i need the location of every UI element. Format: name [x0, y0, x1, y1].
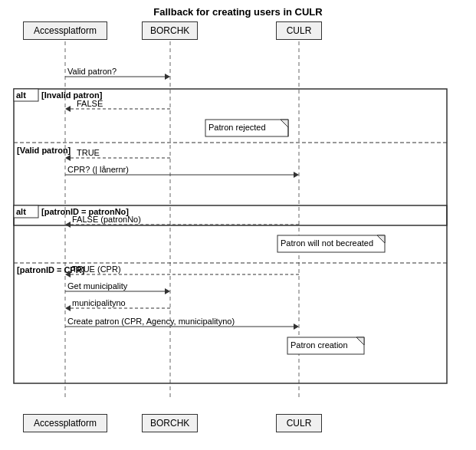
- svg-marker-47: [65, 305, 71, 311]
- actor-culr-top: CULR: [276, 21, 322, 40]
- svg-text:Valid patron?: Valid patron?: [67, 67, 117, 76]
- svg-marker-19: [65, 106, 71, 112]
- svg-text:Patron will not becreated: Patron will not becreated: [281, 238, 373, 248]
- svg-text:Get municipality: Get municipality: [67, 281, 128, 291]
- svg-rect-36: [277, 235, 385, 252]
- svg-marker-31: [294, 172, 299, 178]
- actor-culr-bottom: CULR: [276, 414, 322, 432]
- diagram-title: Fallback for creating users in CULR: [0, 0, 476, 22]
- svg-rect-9: [14, 205, 447, 383]
- actor-accessplatform-bottom: Accessplatform: [23, 414, 107, 432]
- svg-text:Patron rejected: Patron rejected: [208, 123, 266, 132]
- svg-line-22: [281, 120, 288, 127]
- diagram-svg: alt [Invalid patron] [Valid patron] alt …: [0, 21, 476, 397]
- svg-marker-34: [65, 222, 71, 228]
- svg-text:TRUE: TRUE: [77, 148, 100, 157]
- svg-marker-28: [65, 155, 71, 161]
- svg-text:[patronID = patronNo]: [patronID = patronNo]: [41, 207, 129, 216]
- svg-marker-44: [165, 288, 170, 294]
- svg-text:TRUE (CPR): TRUE (CPR): [72, 264, 121, 274]
- actor-borchk-bottom: BORCHK: [142, 414, 198, 432]
- svg-line-38: [377, 235, 385, 243]
- actor-borchk-top: BORCHK: [142, 21, 198, 40]
- svg-rect-3: [14, 89, 447, 225]
- svg-text:[Invalid patron]: [Invalid patron]: [41, 90, 103, 100]
- svg-text:CPR? (| lånernr): CPR? (| lånernr): [67, 165, 129, 174]
- svg-marker-50: [294, 324, 299, 330]
- actor-accessplatform-top: Accessplatform: [23, 21, 107, 40]
- svg-text:alt: alt: [16, 90, 26, 100]
- svg-text:alt: alt: [16, 207, 26, 216]
- svg-marker-16: [165, 74, 170, 80]
- svg-text:Create patron (CPR, Agency, mu: Create patron (CPR, Agency, municipality…: [67, 317, 235, 326]
- svg-rect-21: [205, 120, 288, 136]
- svg-marker-53: [356, 337, 364, 345]
- svg-marker-25: [281, 120, 288, 127]
- svg-text:[patronID = CPR]: [patronID = CPR]: [17, 265, 85, 274]
- svg-rect-10: [14, 205, 38, 218]
- svg-rect-4: [14, 89, 38, 101]
- svg-text:FALSE: FALSE: [77, 99, 103, 108]
- svg-rect-52: [287, 337, 364, 354]
- svg-text:FALSE (patronNo): FALSE (patronNo): [72, 215, 141, 224]
- svg-marker-37: [377, 235, 385, 243]
- svg-text:Patron creation: Patron creation: [291, 340, 348, 350]
- svg-text:municipalityno: municipalityno: [72, 298, 126, 307]
- svg-text:[Valid patron]: [Valid patron]: [17, 146, 71, 155]
- diagram-container: Fallback for creating users in CULR Acce…: [0, 0, 476, 450]
- svg-line-54: [356, 337, 364, 345]
- svg-marker-41: [65, 271, 71, 278]
